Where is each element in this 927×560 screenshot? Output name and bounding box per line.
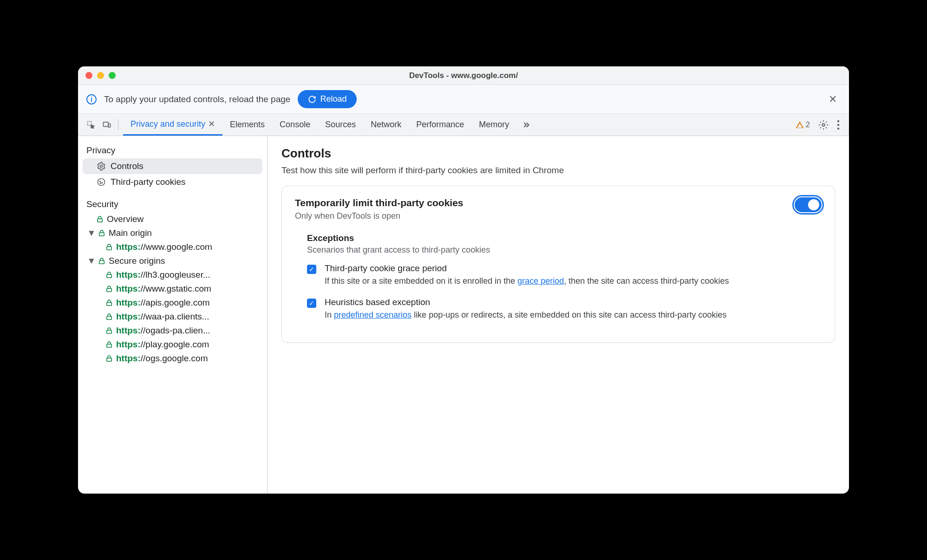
reload-button[interactable]: Reload [298, 90, 357, 108]
warning-icon [796, 121, 804, 129]
lock-icon [105, 299, 113, 307]
sidebar-item-secure-origins[interactable]: ▼ Secure origins [83, 254, 262, 268]
tab-performance[interactable]: Performance [409, 114, 471, 136]
inspect-icon[interactable] [86, 120, 96, 130]
infobar: i To apply your updated controls, reload… [78, 85, 849, 114]
tab-network[interactable]: Network [363, 114, 409, 136]
url-protocol: https: [116, 339, 141, 349]
exception-label: Third-party cookie grace period [325, 263, 822, 273]
exceptions-section: Exceptions Scenarios that grant access t… [295, 233, 822, 321]
grace-period-link[interactable]: grace period [517, 276, 564, 286]
warning-badge[interactable]: 2 [796, 120, 810, 130]
sidebar-item-controls[interactable]: Controls [83, 158, 262, 174]
cookie-icon [97, 177, 106, 187]
svg-point-6 [837, 127, 839, 129]
info-icon: i [86, 94, 97, 104]
sidebar-item-label: Main origin [109, 228, 152, 238]
url-rest: //lh3.googleuser... [141, 270, 210, 280]
warning-count: 2 [806, 120, 810, 130]
window-minimize-button[interactable] [97, 72, 104, 79]
url-rest: //apis.google.com [141, 298, 210, 307]
lock-icon [105, 354, 113, 363]
svg-rect-18 [107, 302, 112, 306]
sidebar-section-privacy: Privacy [83, 143, 262, 158]
tab-label: Privacy and security [131, 119, 205, 129]
caret-down-icon[interactable]: ▼ [88, 258, 95, 264]
grace-period-checkbox[interactable]: ✓ [307, 265, 316, 274]
page-heading: Controls [281, 146, 835, 161]
url-protocol: https: [116, 242, 141, 252]
gear-icon [97, 162, 106, 171]
origin-item[interactable]: https://apis.google.com [83, 296, 262, 310]
svg-point-5 [837, 124, 839, 125]
tab-elements[interactable]: Elements [222, 114, 272, 136]
exception-description: In predefined scenarios like pop-ups or … [325, 309, 822, 321]
svg-point-7 [100, 165, 103, 168]
tab-sources[interactable]: Sources [318, 114, 363, 136]
origin-item[interactable]: https://lh3.googleuser... [83, 268, 262, 282]
sidebar-item-overview[interactable]: Overview [83, 212, 262, 226]
origin-item[interactable]: https://play.google.com [83, 338, 262, 352]
sidebar-section-security: Security [83, 196, 262, 212]
url-protocol: https: [116, 298, 141, 307]
device-icon[interactable] [102, 120, 111, 130]
main-panel: Controls Test how this site will perform… [268, 136, 849, 494]
sidebar-item-label: Secure origins [109, 256, 165, 266]
kebab-menu-icon[interactable] [837, 120, 840, 130]
sidebar: Privacy Controls Third-party cookies Sec… [78, 136, 268, 494]
sidebar-item-main-origin[interactable]: ▼ Main origin [83, 226, 262, 240]
titlebar: DevTools - www.google.com/ [78, 66, 849, 85]
lock-icon [105, 326, 113, 335]
url-protocol: https: [116, 353, 141, 363]
limit-cookies-toggle[interactable] [795, 197, 822, 212]
exception-description: If this site or a site embedded on it is… [325, 275, 822, 287]
svg-rect-21 [107, 344, 112, 347]
lock-icon [98, 229, 106, 237]
svg-rect-2 [108, 124, 110, 127]
sidebar-item-third-party-cookies[interactable]: Third-party cookies [83, 174, 262, 190]
svg-rect-1 [104, 122, 109, 126]
svg-rect-17 [107, 288, 112, 292]
origin-item[interactable]: https://www.gstatic.com [83, 282, 262, 296]
window-close-button[interactable] [85, 72, 92, 79]
tab-console[interactable]: Console [272, 114, 318, 136]
infobar-text: To apply your updated controls, reload t… [104, 94, 290, 104]
predefined-scenarios-link[interactable]: predefined scenarios [334, 310, 411, 319]
settings-gear-icon[interactable] [818, 120, 829, 130]
tab-label: Network [371, 120, 401, 130]
sidebar-item-label: Third-party cookies [111, 177, 186, 187]
more-tabs-icon[interactable] [516, 114, 536, 136]
exceptions-subtitle: Scenarios that grant access to third-par… [307, 245, 822, 255]
url-rest: //www.gstatic.com [141, 284, 211, 293]
svg-rect-19 [107, 316, 112, 319]
heuristics-checkbox[interactable]: ✓ [307, 299, 316, 308]
origin-item[interactable]: https://waa-pa.clients... [83, 310, 262, 324]
exceptions-title: Exceptions [307, 233, 822, 243]
origin-item[interactable]: https://ogads-pa.clien... [83, 324, 262, 338]
tab-close-icon[interactable]: ✕ [208, 119, 215, 129]
svg-rect-13 [99, 233, 104, 236]
infobar-close-icon[interactable]: ✕ [825, 91, 841, 107]
tab-privacy-and-security[interactable]: Privacy and security ✕ [123, 114, 222, 136]
lock-icon [98, 257, 106, 265]
card-subtitle: Only when DevTools is open [295, 211, 464, 221]
origin-item[interactable]: https://www.google.com [83, 240, 262, 254]
tab-memory[interactable]: Memory [471, 114, 516, 136]
svg-rect-15 [99, 260, 104, 264]
tab-label: Elements [230, 120, 265, 130]
tab-label: Memory [479, 120, 509, 130]
svg-rect-16 [107, 274, 112, 278]
lock-icon [105, 271, 113, 279]
svg-point-4 [837, 120, 839, 122]
content: Privacy Controls Third-party cookies Sec… [78, 136, 849, 494]
origin-item[interactable]: https://ogs.google.com [83, 352, 262, 365]
window-zoom-button[interactable] [109, 72, 116, 79]
url-rest: //ogs.google.com [141, 353, 208, 363]
reload-icon [308, 95, 316, 104]
url-protocol: https: [116, 326, 141, 335]
caret-down-icon[interactable]: ▼ [88, 230, 95, 236]
tab-label: Sources [325, 120, 356, 130]
controls-card: Temporarily limit third-party cookies On… [281, 186, 835, 343]
url-rest: //waa-pa.clients... [141, 312, 209, 321]
lock-icon [105, 313, 113, 321]
